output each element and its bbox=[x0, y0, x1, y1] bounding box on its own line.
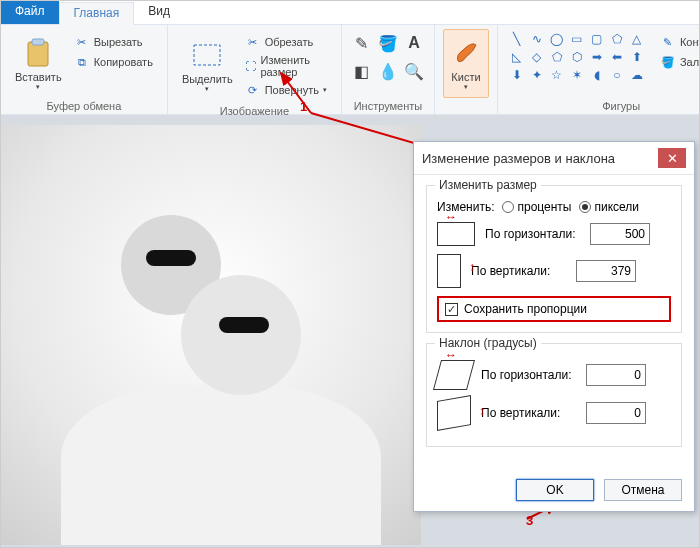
vertical-icon bbox=[437, 254, 461, 288]
brush-icon bbox=[450, 37, 482, 69]
resize-dialog: Изменение размеров и наклона ✕ Изменить … bbox=[413, 141, 695, 512]
fill-tool[interactable]: 🪣 bbox=[378, 33, 398, 53]
resize-button[interactable]: ⛶ Изменить размер bbox=[241, 53, 331, 79]
picker-tool[interactable]: 💧 bbox=[378, 61, 398, 81]
radio-pixels[interactable]: пиксели bbox=[579, 200, 639, 214]
shape-arrow-r[interactable]: ➡ bbox=[588, 49, 606, 65]
shape-rtriangle[interactable]: ◺ bbox=[508, 49, 526, 65]
horizontal-input[interactable] bbox=[590, 223, 650, 245]
shape-fill-button[interactable]: 🪣 Заливка▾ bbox=[656, 53, 700, 71]
vertical-label: По вертикали: bbox=[471, 264, 566, 278]
select-button[interactable]: Выделить ▾ bbox=[176, 29, 239, 103]
outline-button[interactable]: ✎ Контур▾ bbox=[656, 33, 700, 51]
shape-roundrect[interactable]: ▢ bbox=[588, 31, 606, 47]
scissors-icon: ✂ bbox=[74, 34, 90, 50]
copy-icon: ⧉ bbox=[74, 54, 90, 70]
skew-h-input[interactable] bbox=[586, 364, 646, 386]
shape-arrow-d[interactable]: ⬇ bbox=[508, 67, 526, 83]
skew-v-input[interactable] bbox=[586, 402, 646, 424]
annotation-3: 3 bbox=[526, 513, 533, 528]
outline-label: Контур bbox=[680, 36, 700, 48]
shape-rect[interactable]: ▭ bbox=[568, 31, 586, 47]
radio-percent[interactable]: проценты bbox=[502, 200, 571, 214]
horizontal-icon bbox=[437, 222, 475, 246]
group-tools-label: Инструменты bbox=[350, 98, 426, 112]
shape-arrow-l[interactable]: ⬅ bbox=[608, 49, 626, 65]
dialog-close-button[interactable]: ✕ bbox=[658, 148, 686, 168]
arrow-v-icon: ↕ bbox=[469, 260, 475, 274]
group-tools: ✎ 🪣 A ◧ 💧 🔍 Инструменты bbox=[342, 25, 435, 114]
fieldset-resize: Изменить размер Изменить: проценты пиксе… bbox=[426, 185, 682, 333]
shape-triangle[interactable]: △ bbox=[628, 31, 646, 47]
rotate-button[interactable]: ⟳ Повернуть ▾ bbox=[241, 81, 331, 99]
shape-hexagon[interactable]: ⬡ bbox=[568, 49, 586, 65]
skew-h-label: По горизонтали: bbox=[481, 368, 576, 382]
shape-arrow-u[interactable]: ⬆ bbox=[628, 49, 646, 65]
dialog-titlebar: Изменение размеров и наклона ✕ bbox=[414, 142, 694, 175]
crop-label: Обрезать bbox=[265, 36, 314, 48]
copy-button[interactable]: ⧉ Копировать bbox=[70, 53, 157, 71]
resize-label: Изменить размер bbox=[260, 54, 326, 78]
group-shapes-label: Фигуры bbox=[506, 98, 700, 112]
vertical-input[interactable] bbox=[576, 260, 636, 282]
text-tool[interactable]: A bbox=[404, 33, 424, 53]
cut-button[interactable]: ✂ Вырезать bbox=[70, 33, 157, 51]
tabs-bar: Файл Главная Вид bbox=[1, 1, 699, 25]
paste-button[interactable]: Вставить ▾ bbox=[9, 29, 68, 98]
eraser-tool[interactable]: ◧ bbox=[352, 61, 372, 81]
select-icon bbox=[191, 39, 223, 71]
radio-dot-icon bbox=[579, 201, 591, 213]
group-shapes: ╲ ∿ ◯ ▭ ▢ ⬠ △ ◺ ◇ ⬠ ⬡ ➡ ⬅ ⬆ ⬇ ✦ ☆ ✶ ◖ ○ bbox=[498, 25, 700, 114]
shape-star5[interactable]: ☆ bbox=[548, 67, 566, 83]
paste-label: Вставить bbox=[15, 71, 62, 83]
shape-curve[interactable]: ∿ bbox=[528, 31, 546, 47]
group-clipboard-label: Буфер обмена bbox=[9, 98, 159, 112]
radio-pixels-label: пиксели bbox=[594, 200, 639, 214]
crop-button[interactable]: ✂ Обрезать bbox=[241, 33, 331, 51]
chevron-down-icon: ▾ bbox=[205, 85, 209, 93]
skew-h-icon bbox=[433, 360, 475, 390]
group-image: Выделить ▾ ✂ Обрезать ⛶ Изменить размер … bbox=[168, 25, 342, 114]
shape-callout-cl[interactable]: ☁ bbox=[628, 67, 646, 83]
shape-star6[interactable]: ✶ bbox=[568, 67, 586, 83]
svg-rect-0 bbox=[28, 42, 48, 66]
group-brushes: Кисти ▾ bbox=[435, 25, 498, 114]
tab-view[interactable]: Вид bbox=[134, 1, 184, 24]
fill-label: Заливка bbox=[680, 56, 700, 68]
chevron-down-icon: ▾ bbox=[323, 86, 327, 94]
shape-callout-ov[interactable]: ○ bbox=[608, 67, 626, 83]
shape-star4[interactable]: ✦ bbox=[528, 67, 546, 83]
radio-dot-icon bbox=[502, 201, 514, 213]
shape-callout-rd[interactable]: ◖ bbox=[588, 67, 606, 83]
fill-icon: 🪣 bbox=[660, 54, 676, 70]
shape-polygon[interactable]: ⬠ bbox=[608, 31, 626, 47]
skew-v-label: По вертикали: bbox=[481, 406, 576, 420]
rotate-label: Повернуть bbox=[265, 84, 319, 96]
shape-oval[interactable]: ◯ bbox=[548, 31, 566, 47]
horizontal-label: По горизонтали: bbox=[485, 227, 580, 241]
tab-file[interactable]: Файл bbox=[1, 1, 59, 24]
resize-icon: ⛶ bbox=[245, 58, 257, 74]
pencil-tool[interactable]: ✎ bbox=[352, 33, 372, 53]
keep-ratio-row[interactable]: ✓ Сохранить пропорции bbox=[437, 296, 671, 322]
ok-button[interactable]: OK bbox=[516, 479, 594, 501]
shapes-gallery[interactable]: ╲ ∿ ◯ ▭ ▢ ⬠ △ ◺ ◇ ⬠ ⬡ ➡ ⬅ ⬆ ⬇ ✦ ☆ ✶ ◖ ○ bbox=[506, 29, 648, 98]
arrow-v-icon: ↕ bbox=[479, 404, 485, 418]
shape-pentagon[interactable]: ⬠ bbox=[548, 49, 566, 65]
arrow-h-icon: ↔ bbox=[445, 210, 457, 224]
canvas-image[interactable] bbox=[1, 125, 421, 545]
zoom-tool[interactable]: 🔍 bbox=[404, 61, 424, 81]
svg-rect-1 bbox=[32, 39, 44, 45]
chevron-down-icon: ▾ bbox=[36, 83, 40, 91]
svg-rect-2 bbox=[194, 45, 220, 65]
group-brushes-label bbox=[443, 98, 489, 112]
shape-diamond[interactable]: ◇ bbox=[528, 49, 546, 65]
fieldset-skew: Наклон (градусы) ↔ По горизонтали: ↕ По … bbox=[426, 343, 682, 447]
brushes-button[interactable]: Кисти ▾ bbox=[443, 29, 489, 98]
shape-line[interactable]: ╲ bbox=[508, 31, 526, 47]
tab-home[interactable]: Главная bbox=[59, 2, 135, 25]
brushes-label: Кисти bbox=[451, 71, 480, 83]
skew-v-icon bbox=[437, 395, 471, 431]
cancel-button[interactable]: Отмена bbox=[604, 479, 682, 501]
ribbon: Вставить ▾ ✂ Вырезать ⧉ Копировать Буфер… bbox=[1, 25, 699, 115]
